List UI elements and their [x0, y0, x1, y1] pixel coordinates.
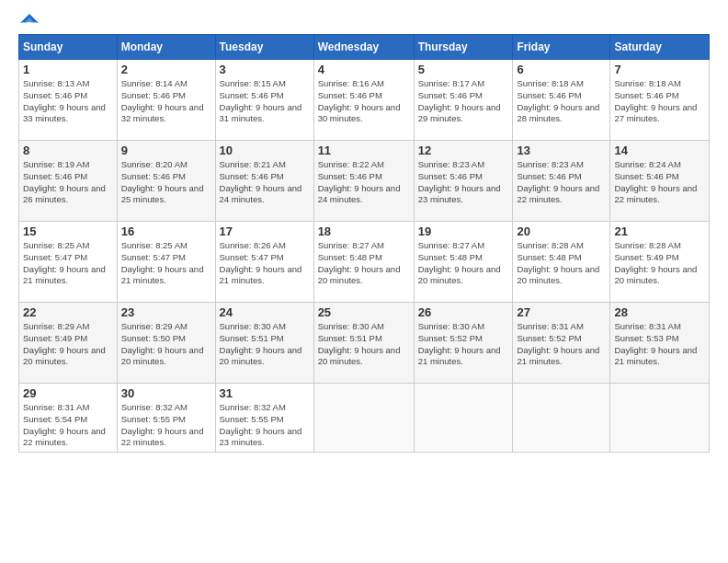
day-number: 2	[121, 63, 211, 76]
day-info: Sunrise: 8:31 AMSunset: 5:52 PMDaylight:…	[517, 321, 599, 366]
logo	[18, 14, 39, 29]
day-number: 21	[614, 224, 705, 238]
day-number: 23	[121, 305, 211, 319]
calendar-header-row: SundayMondayTuesdayWednesdayThursdayFrid…	[19, 35, 710, 60]
day-number: 17	[220, 224, 310, 238]
calendar-header-tuesday: Tuesday	[215, 35, 313, 60]
day-info: Sunrise: 8:32 AMSunset: 5:55 PMDaylight:…	[121, 402, 204, 447]
calendar-cell: 17 Sunrise: 8:26 AMSunset: 5:47 PMDaylig…	[215, 222, 313, 303]
day-number: 31	[220, 386, 310, 400]
day-number: 4	[318, 63, 410, 76]
calendar-cell: 25 Sunrise: 8:30 AMSunset: 5:51 PMDaylig…	[313, 303, 414, 384]
day-number: 15	[23, 224, 113, 238]
day-number: 24	[220, 305, 310, 319]
calendar-header-saturday: Saturday	[610, 35, 710, 60]
calendar-cell: 6 Sunrise: 8:18 AMSunset: 5:46 PMDayligh…	[513, 60, 610, 141]
day-info: Sunrise: 8:18 AMSunset: 5:46 PMDaylight:…	[517, 78, 599, 123]
logo-icon	[20, 14, 39, 32]
day-info: Sunrise: 8:21 AMSunset: 5:46 PMDaylight:…	[220, 159, 302, 204]
calendar-cell: 28 Sunrise: 8:31 AMSunset: 5:53 PMDaylig…	[610, 303, 710, 384]
day-number: 11	[318, 144, 410, 157]
calendar-cell: 20 Sunrise: 8:28 AMSunset: 5:48 PMDaylig…	[513, 222, 610, 303]
calendar-cell: 18 Sunrise: 8:27 AMSunset: 5:48 PMDaylig…	[313, 222, 414, 303]
calendar-cell: 14 Sunrise: 8:24 AMSunset: 5:46 PMDaylig…	[610, 141, 710, 222]
day-number: 10	[220, 144, 310, 157]
day-number: 8	[23, 144, 113, 157]
day-info: Sunrise: 8:26 AMSunset: 5:47 PMDaylight:…	[220, 240, 302, 285]
day-info: Sunrise: 8:30 AMSunset: 5:52 PMDaylight:…	[418, 321, 501, 366]
day-info: Sunrise: 8:31 AMSunset: 5:53 PMDaylight:…	[614, 321, 697, 366]
page: SundayMondayTuesdayWednesdayThursdayFrid…	[0, 0, 728, 563]
day-info: Sunrise: 8:29 AMSunset: 5:50 PMDaylight:…	[121, 321, 204, 366]
day-info: Sunrise: 8:28 AMSunset: 5:49 PMDaylight:…	[614, 240, 697, 285]
calendar-cell: 24 Sunrise: 8:30 AMSunset: 5:51 PMDaylig…	[215, 303, 313, 384]
day-number: 29	[23, 386, 113, 400]
calendar-cell: 30 Sunrise: 8:32 AMSunset: 5:55 PMDaylig…	[117, 384, 215, 453]
calendar-cell: 26 Sunrise: 8:30 AMSunset: 5:52 PMDaylig…	[414, 303, 513, 384]
day-info: Sunrise: 8:29 AMSunset: 5:49 PMDaylight:…	[23, 321, 106, 366]
day-info: Sunrise: 8:30 AMSunset: 5:51 PMDaylight:…	[220, 321, 302, 366]
calendar-cell: 10 Sunrise: 8:21 AMSunset: 5:46 PMDaylig…	[215, 141, 313, 222]
day-number: 19	[418, 224, 509, 238]
day-number: 13	[517, 144, 606, 157]
day-number: 1	[23, 63, 113, 76]
day-number: 28	[614, 305, 705, 319]
calendar-cell: 15 Sunrise: 8:25 AMSunset: 5:47 PMDaylig…	[19, 222, 118, 303]
day-info: Sunrise: 8:31 AMSunset: 5:54 PMDaylight:…	[23, 402, 106, 447]
day-number: 6	[517, 63, 606, 76]
calendar-week-row: 15 Sunrise: 8:25 AMSunset: 5:47 PMDaylig…	[19, 222, 710, 303]
calendar-cell: 21 Sunrise: 8:28 AMSunset: 5:49 PMDaylig…	[610, 222, 710, 303]
calendar-header-thursday: Thursday	[414, 35, 513, 60]
calendar-cell	[414, 384, 513, 453]
calendar-header-wednesday: Wednesday	[313, 35, 414, 60]
calendar-week-row: 29 Sunrise: 8:31 AMSunset: 5:54 PMDaylig…	[19, 384, 710, 453]
day-info: Sunrise: 8:13 AMSunset: 5:46 PMDaylight:…	[23, 78, 106, 123]
day-info: Sunrise: 8:23 AMSunset: 5:46 PMDaylight:…	[517, 159, 599, 204]
calendar-cell: 8 Sunrise: 8:19 AMSunset: 5:46 PMDayligh…	[19, 141, 118, 222]
day-info: Sunrise: 8:18 AMSunset: 5:46 PMDaylight:…	[614, 78, 697, 123]
calendar-header-sunday: Sunday	[19, 35, 118, 60]
day-info: Sunrise: 8:30 AMSunset: 5:51 PMDaylight:…	[318, 321, 401, 366]
calendar-cell: 11 Sunrise: 8:22 AMSunset: 5:46 PMDaylig…	[313, 141, 414, 222]
calendar-cell: 16 Sunrise: 8:25 AMSunset: 5:47 PMDaylig…	[117, 222, 215, 303]
day-number: 7	[614, 63, 705, 76]
calendar-cell: 27 Sunrise: 8:31 AMSunset: 5:52 PMDaylig…	[513, 303, 610, 384]
calendar-table: SundayMondayTuesdayWednesdayThursdayFrid…	[18, 34, 710, 453]
calendar-cell: 19 Sunrise: 8:27 AMSunset: 5:48 PMDaylig…	[414, 222, 513, 303]
day-info: Sunrise: 8:17 AMSunset: 5:46 PMDaylight:…	[418, 78, 501, 123]
calendar-cell: 29 Sunrise: 8:31 AMSunset: 5:54 PMDaylig…	[19, 384, 118, 453]
day-number: 26	[418, 305, 509, 319]
day-number: 30	[121, 386, 211, 400]
day-info: Sunrise: 8:27 AMSunset: 5:48 PMDaylight:…	[318, 240, 401, 285]
day-number: 20	[517, 224, 606, 238]
calendar-cell	[610, 384, 710, 453]
calendar-cell: 7 Sunrise: 8:18 AMSunset: 5:46 PMDayligh…	[610, 60, 710, 141]
calendar-cell: 5 Sunrise: 8:17 AMSunset: 5:46 PMDayligh…	[414, 60, 513, 141]
day-info: Sunrise: 8:32 AMSunset: 5:55 PMDaylight:…	[220, 402, 302, 447]
day-info: Sunrise: 8:25 AMSunset: 5:47 PMDaylight:…	[23, 240, 106, 285]
day-info: Sunrise: 8:15 AMSunset: 5:46 PMDaylight:…	[220, 78, 302, 123]
day-number: 12	[418, 144, 509, 157]
day-info: Sunrise: 8:23 AMSunset: 5:46 PMDaylight:…	[418, 159, 501, 204]
day-number: 16	[121, 224, 211, 238]
calendar-cell: 31 Sunrise: 8:32 AMSunset: 5:55 PMDaylig…	[215, 384, 313, 453]
day-number: 25	[318, 305, 410, 319]
day-info: Sunrise: 8:25 AMSunset: 5:47 PMDaylight:…	[121, 240, 204, 285]
day-number: 27	[517, 305, 606, 319]
day-info: Sunrise: 8:16 AMSunset: 5:46 PMDaylight:…	[318, 78, 401, 123]
calendar-cell	[513, 384, 610, 453]
day-info: Sunrise: 8:19 AMSunset: 5:46 PMDaylight:…	[23, 159, 106, 204]
calendar-cell: 12 Sunrise: 8:23 AMSunset: 5:46 PMDaylig…	[414, 141, 513, 222]
calendar-cell	[313, 384, 414, 453]
calendar-header-friday: Friday	[513, 35, 610, 60]
calendar-cell: 13 Sunrise: 8:23 AMSunset: 5:46 PMDaylig…	[513, 141, 610, 222]
calendar-cell: 2 Sunrise: 8:14 AMSunset: 5:46 PMDayligh…	[117, 60, 215, 141]
header	[18, 14, 710, 29]
day-number: 3	[220, 63, 310, 76]
day-number: 9	[121, 144, 211, 157]
day-number: 14	[614, 144, 705, 157]
calendar-week-row: 22 Sunrise: 8:29 AMSunset: 5:49 PMDaylig…	[19, 303, 710, 384]
calendar-cell: 23 Sunrise: 8:29 AMSunset: 5:50 PMDaylig…	[117, 303, 215, 384]
calendar-week-row: 1 Sunrise: 8:13 AMSunset: 5:46 PMDayligh…	[19, 60, 710, 141]
calendar-week-row: 8 Sunrise: 8:19 AMSunset: 5:46 PMDayligh…	[19, 141, 710, 222]
